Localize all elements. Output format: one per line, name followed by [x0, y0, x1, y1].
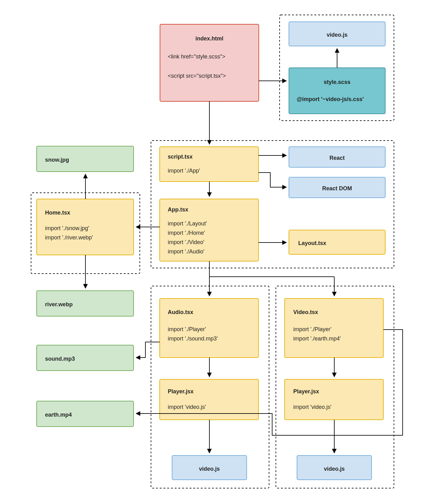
- index-line2: <script src="script.tsx">: [168, 73, 226, 79]
- home-line1: import './snow.jpg': [45, 225, 89, 231]
- home-title: Home.tsx: [45, 210, 70, 216]
- player-a-line1: import 'video.js': [168, 404, 206, 410]
- node-videojs-top: video.js: [289, 22, 385, 46]
- app-title: App.tsx: [168, 206, 188, 213]
- node-snow: snow.jpg: [37, 146, 134, 172]
- node-home: Home.tsx import './snow.jpg' import './r…: [37, 199, 134, 255]
- node-audio: Audio.tsx import './Player' import './so…: [160, 298, 258, 358]
- snow-title: snow.jpg: [45, 157, 69, 163]
- node-video: Video.tsx import './Player' import './ea…: [285, 298, 383, 358]
- video-title: Video.tsx: [293, 309, 318, 315]
- arrow-audio-sound: [136, 342, 160, 358]
- node-reactdom: React DOM: [289, 177, 385, 198]
- videojs-a-title: video.js: [199, 466, 220, 472]
- river-title: river.webp: [45, 301, 73, 307]
- node-sound: sound.mp3: [37, 345, 134, 371]
- audio-line1: import './Player': [168, 326, 206, 332]
- video-line1: import './Player': [293, 326, 331, 332]
- style-title: style.scss: [324, 79, 350, 85]
- node-videojs-audio: video.js: [172, 455, 247, 480]
- audio-line2: import './sound.mp3': [168, 335, 218, 342]
- audio-title: Audio.tsx: [168, 309, 193, 315]
- player-a-title: Player.jsx: [168, 388, 194, 395]
- script-title: script.tsx: [168, 154, 193, 160]
- node-style: style.scss @import '~video-js/s.css': [289, 68, 385, 114]
- node-react: React: [289, 147, 385, 167]
- app-line1: import './Layout': [168, 220, 207, 227]
- svg-rect-3: [160, 147, 258, 182]
- arrow-app-split: [209, 261, 334, 277]
- node-app: App.tsx import './Layout' import './Home…: [160, 199, 258, 261]
- videojs-top-title: video.js: [327, 32, 347, 38]
- layout-title: Layout.tsx: [298, 240, 326, 246]
- react-title: React: [329, 155, 345, 161]
- app-line2: import './Home': [168, 230, 205, 236]
- svg-rect-2: [289, 68, 385, 114]
- style-line1: @import '~video-js/s.css': [297, 96, 364, 102]
- index-title: index.html: [195, 35, 223, 42]
- index-line1: <link href="style.scss">: [168, 53, 225, 60]
- player-v-line1: import 'video.js': [293, 404, 331, 410]
- video-line2: import './earth.mp4': [293, 335, 341, 342]
- node-videojs-video: video.js: [297, 455, 372, 480]
- earth-title: earth.mp4: [45, 412, 72, 418]
- sound-title: sound.mp3: [45, 356, 75, 362]
- app-line4: import './Audio': [168, 248, 204, 255]
- player-v-title: Player.jsx: [293, 388, 319, 395]
- home-line2: import './river.webp': [45, 234, 93, 241]
- node-earth: earth.mp4: [37, 401, 134, 427]
- node-player-video: Player.jsx import 'video.js': [285, 379, 383, 420]
- arrow-script-reactdom: [258, 173, 286, 187]
- node-river: river.webp: [37, 291, 134, 316]
- svg-rect-16: [285, 379, 383, 420]
- script-line1: import './App': [168, 168, 200, 174]
- node-index: index.html <link href="style.scss"> <scr…: [160, 24, 259, 101]
- videojs-v-title: video.js: [324, 466, 345, 472]
- reactdom-title: React DOM: [322, 185, 352, 192]
- node-layout: Layout.tsx: [289, 230, 385, 254]
- node-script: script.tsx import './App': [160, 147, 258, 182]
- app-line3: import './Video': [168, 239, 204, 245]
